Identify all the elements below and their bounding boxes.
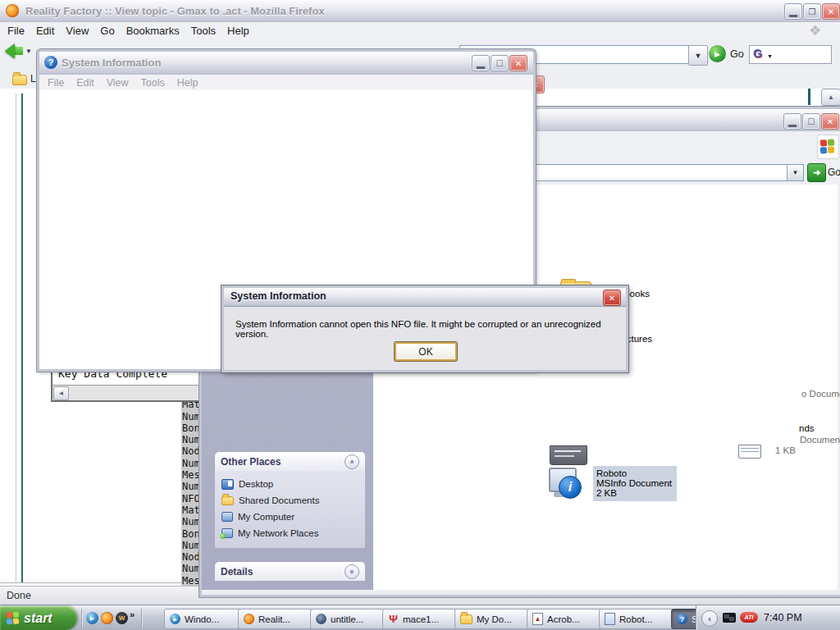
sysinfo-menu-item[interactable]: Tools xyxy=(141,77,165,89)
tray-clock[interactable]: 7:40 PM xyxy=(764,612,802,623)
sysinfo-minimize-button[interactable]: ▬ xyxy=(472,55,490,71)
firefox-menu-item[interactable]: Bookmarks xyxy=(126,25,180,37)
quicklaunch-handle[interactable] xyxy=(81,609,82,628)
scrollbar-left-button[interactable]: ◄ xyxy=(53,386,69,400)
sidebar-item-my-network-places[interactable]: My Network Places xyxy=(215,525,365,541)
selected-text-line: Mes xyxy=(181,575,201,587)
dialog-title: System Information xyxy=(231,290,326,302)
tray-display-icon[interactable] xyxy=(723,613,736,623)
sysinfo-window-title: System Information xyxy=(62,57,161,69)
quicklaunch-overflow-chevron[interactable]: » xyxy=(130,609,135,619)
status-text: Done xyxy=(7,590,31,601)
firefox-icon xyxy=(244,614,254,624)
tray-ati-icon[interactable]: ATI xyxy=(740,612,758,623)
task-button-untitled[interactable]: untitle... xyxy=(310,609,392,629)
code-box-hscrollbar[interactable]: ◄ xyxy=(52,385,199,400)
task-button-windows-media[interactable]: ▶ Windo... xyxy=(164,609,246,629)
roboto-type: MSInfo Document xyxy=(596,478,672,488)
other-places-body: Desktop Shared Documents My Computer xyxy=(215,471,365,548)
search-box[interactable]: G ▼ xyxy=(749,45,832,64)
details-header[interactable]: Details » xyxy=(215,562,365,581)
selected-text-line: Num xyxy=(181,540,201,551)
firefox-menu-items: FileEditViewGoBookmarksToolsHelp xyxy=(0,22,840,39)
media-player-icon: ▶ xyxy=(170,614,180,624)
file-fragment-type-2: Document xyxy=(800,435,840,445)
sysinfo-menu-item[interactable]: Help xyxy=(177,77,199,89)
selected-text-column[interactable]: NFOMatNumBonNumNodNumMesNumNFOMatNumBonN… xyxy=(181,391,201,591)
selected-text-line: Num xyxy=(181,411,201,422)
search-engine-dropdown-arrow[interactable]: ▼ xyxy=(767,53,773,59)
ok-button[interactable]: OK xyxy=(395,342,457,361)
back-arrow-icon xyxy=(5,43,15,58)
firefox-menu-item[interactable]: Tools xyxy=(191,25,216,37)
dialog-titlebar[interactable]: System Information ✕ xyxy=(224,288,626,306)
firefox-menu-item[interactable]: Edit xyxy=(36,25,54,37)
sidebar-item-my-computer[interactable]: My Computer xyxy=(215,509,365,525)
roboto-tile-text: Roboto MSInfo Document 2 KB xyxy=(593,466,677,501)
firefox-menu-item[interactable]: View xyxy=(66,25,89,37)
task-button-mace1[interactable]: Ψ mace1... xyxy=(382,609,464,629)
start-windows-flag-icon xyxy=(7,611,19,624)
sidebar-item-shared-documents[interactable]: Shared Documents xyxy=(215,492,365,509)
file-fragment-type-1: o Document xyxy=(801,389,840,399)
sysinfo-menu-item[interactable]: File xyxy=(48,77,64,89)
address-go-button[interactable]: ➜ xyxy=(807,163,826,182)
firefox-restore-button[interactable]: ❐ xyxy=(803,3,821,20)
task-button-my-documents[interactable]: My Do... xyxy=(454,609,536,629)
selected-text-line: Mes xyxy=(181,469,201,481)
back-button[interactable]: ▼ xyxy=(5,43,32,58)
scrollbar-up-button[interactable]: ▲ xyxy=(821,89,840,106)
details-title: Details xyxy=(221,566,253,578)
quicklaunch-media-player-icon[interactable]: ▶ xyxy=(86,612,98,624)
address-go-label[interactable]: Go xyxy=(828,167,840,178)
google-icon[interactable]: G xyxy=(753,47,762,60)
sysinfo-close-button[interactable]: ✕ xyxy=(509,55,527,71)
selected-text-line: Num xyxy=(181,458,201,469)
firefox-menu-item[interactable]: Help xyxy=(227,25,249,37)
expand-chevron-icon[interactable]: » xyxy=(345,564,359,579)
taskbar: start ▶ W » ▶ Windo... Realit... untitle… xyxy=(0,605,840,630)
collapse-chevron-icon[interactable]: » xyxy=(345,454,359,469)
dialog-body: System Information cannot open this NFO … xyxy=(224,306,626,370)
sysinfo-titlebar[interactable]: ? System Information ▬ ☐ ✕ xyxy=(39,52,533,75)
firefox-app-icon xyxy=(6,4,19,17)
dialog-close-button[interactable]: ✕ xyxy=(603,290,621,306)
start-button[interactable]: start xyxy=(0,606,77,630)
firefox-titlebar[interactable]: Reality Factory :: View topic - Gmax to … xyxy=(0,0,840,22)
back-dropdown-arrow[interactable]: ▼ xyxy=(25,48,32,55)
url-dropdown-button[interactable]: ▼ xyxy=(688,45,708,66)
sidebar-item-desktop[interactable]: Desktop xyxy=(215,476,365,492)
task-button-roboto[interactable]: Robot... xyxy=(599,609,681,629)
dark-icon-fragment[interactable] xyxy=(550,445,587,465)
sysinfo-menu-item[interactable]: Edit xyxy=(76,77,94,89)
file-fragment-name-2: nds xyxy=(799,423,815,433)
firefox-minimize-button[interactable]: ▬ xyxy=(784,3,802,20)
selected-text-line: Mat xyxy=(181,504,201,516)
my-network-places-icon xyxy=(221,528,233,538)
tray-collapse-chevron[interactable]: ‹ xyxy=(701,610,718,627)
start-button-label: start xyxy=(24,611,52,626)
explorer-maximize-button[interactable]: ☐ xyxy=(802,113,820,130)
task-button-reality-factory[interactable]: Realit... xyxy=(238,609,320,629)
sysinfo-menu-item[interactable]: View xyxy=(107,77,129,89)
other-places-header[interactable]: Other Places » xyxy=(215,452,365,471)
gmax-icon: Ψ xyxy=(388,614,399,624)
firefox-menu-item[interactable]: Go xyxy=(100,25,114,37)
go-button-label[interactable]: Go xyxy=(730,48,744,60)
system-tray: ‹ ATI 7:40 PM xyxy=(696,605,840,630)
firefox-menu-item[interactable]: File xyxy=(7,25,25,37)
address-dropdown-button[interactable]: ▼ xyxy=(787,165,803,180)
notepad-doc-icon xyxy=(605,613,615,625)
quicklaunch-firefox-icon[interactable] xyxy=(101,612,113,624)
explorer-minimize-button[interactable]: ▬ xyxy=(783,113,801,130)
task-button-acrobat[interactable]: ▲ Acrob... xyxy=(527,609,609,629)
quicklaunch-w-icon[interactable]: W xyxy=(116,612,128,624)
file-tile-roboto[interactable]: i Roboto MSInfo Document 2 KB xyxy=(547,464,677,505)
explorer-close-button[interactable]: ✕ xyxy=(821,113,839,130)
back-arrow-bar xyxy=(15,47,23,55)
go-button-icon[interactable]: ▶ xyxy=(709,45,726,62)
folder-icon xyxy=(460,614,472,624)
firefox-close-button[interactable]: ✕ xyxy=(822,3,840,20)
sysinfo-maximize-button[interactable]: ☐ xyxy=(491,55,509,71)
document-icon-fragment[interactable] xyxy=(738,445,761,459)
